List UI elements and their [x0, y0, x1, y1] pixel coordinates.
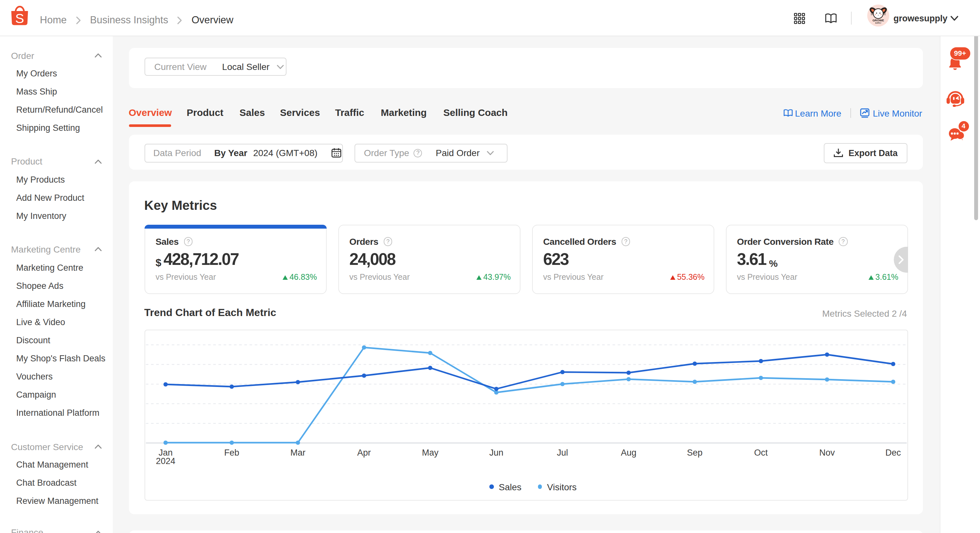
svg-text:Nov: Nov [819, 448, 835, 458]
svg-text:Jul: Jul [557, 448, 568, 458]
svg-text:S: S [15, 11, 24, 26]
svg-text:May: May [422, 448, 439, 458]
svg-text:Sep: Sep [687, 448, 702, 458]
svg-text:2024: 2024 [156, 456, 175, 466]
svg-text:GROWE: GROWE [872, 19, 884, 22]
svg-text:SUPPLY: SUPPLY [875, 22, 881, 24]
svg-text:Apr: Apr [357, 448, 371, 458]
svg-text:Oct: Oct [754, 448, 768, 458]
svg-text:Jun: Jun [489, 448, 503, 458]
svg-text:Feb: Feb [224, 448, 239, 458]
svg-text:Aug: Aug [620, 448, 636, 458]
svg-text:Mar: Mar [290, 448, 305, 458]
svg-text:Dec: Dec [885, 448, 900, 458]
